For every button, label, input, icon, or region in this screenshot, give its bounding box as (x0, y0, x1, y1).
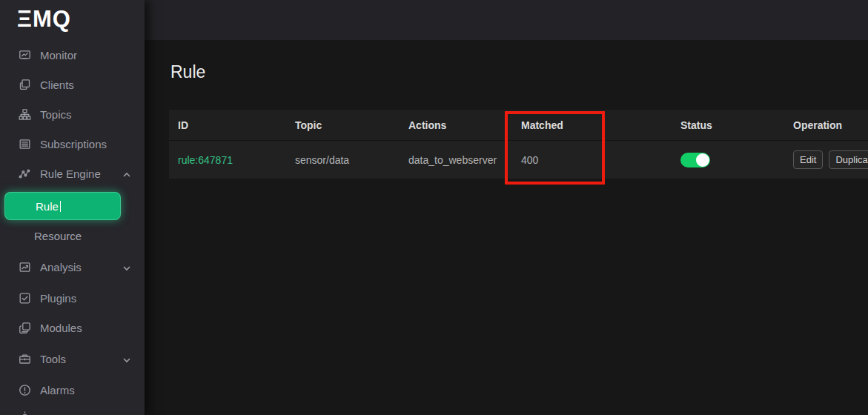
rule-id-link[interactable]: rule:647871 (169, 154, 286, 166)
emqx-dashboard: ? GitHub ΞMQ Monitor Clients Topics (0, 0, 868, 415)
rule-matched-count: 400 (512, 154, 672, 166)
col-header-topic: Topic (286, 119, 400, 131)
tools-icon (19, 353, 31, 365)
sidebar-item-tools[interactable]: Tools (0, 344, 145, 374)
sidebar-item-rule-engine[interactable]: Rule Engine (0, 159, 145, 188)
sidebar-item-label: Topics (40, 108, 72, 121)
topbar: ? GitHub (145, 0, 868, 40)
toggle-knob (696, 153, 709, 167)
col-header-operation: Operation (784, 119, 868, 131)
sidebar-item-label: Plugins (40, 292, 76, 305)
sidebar-item-label: Subscriptions (40, 138, 107, 150)
table-row: rule:647871 sensor/data data_to_webserve… (169, 141, 868, 179)
subscriptions-icon (19, 138, 31, 150)
sidebar-item-clients[interactable]: Clients (0, 70, 145, 99)
sidebar-item-analysis[interactable]: Analysis (0, 252, 145, 282)
text-caret (60, 201, 62, 212)
col-header-status: Status (672, 119, 784, 131)
sidebar-item-topics[interactable]: Topics (0, 99, 145, 129)
plugins-icon (19, 292, 31, 305)
sidebar-subitem-label: Resource (34, 230, 82, 242)
col-header-actions: Actions (400, 119, 512, 131)
sidebar-item-subscriptions[interactable]: Subscriptions (0, 129, 145, 159)
alarms-icon (19, 384, 31, 396)
sidebar-item-plugins[interactable]: Plugins (0, 283, 145, 313)
duplicate-button[interactable]: Duplicate (829, 150, 868, 169)
sidebar-item-modules[interactable]: Modules (0, 313, 145, 342)
topics-icon (19, 108, 31, 121)
analysis-icon (19, 261, 31, 273)
sidebar-item-label: Monitor (40, 49, 77, 62)
sidebar-item-label: Modules (40, 322, 82, 334)
chevron-up-icon (122, 169, 131, 178)
sidebar-subitem-label: Rule (36, 200, 59, 213)
sidebar-item-label: Tools (40, 353, 66, 365)
sidebar-item-alarms[interactable]: Alarms (0, 375, 145, 405)
edit-button[interactable]: Edit (793, 150, 823, 169)
monitor-icon (19, 49, 31, 62)
app-logo: ΞMQ (17, 6, 71, 33)
clipped-sidebar-icon (19, 411, 31, 415)
rule-actions: data_to_webserver (400, 154, 512, 166)
sidebar-subitem-resource[interactable]: Resource (0, 221, 145, 250)
sidebar-subitem-rule[interactable]: Rule (4, 192, 121, 220)
sidebar-item-label: Analysis (40, 261, 82, 273)
clients-icon (19, 79, 31, 91)
sidebar-item-label: Clients (40, 79, 74, 91)
chevron-down-icon (122, 354, 131, 363)
page-title: Rule (170, 62, 205, 82)
sidebar-item-label: Rule Engine (40, 167, 101, 180)
rule-engine-icon (19, 167, 31, 180)
modules-icon (19, 322, 31, 334)
sidebar: ΞMQ Monitor Clients Topics Subscriptions (0, 0, 145, 415)
sidebar-item-label: Alarms (40, 384, 75, 396)
col-header-matched: Matched (512, 119, 672, 131)
rule-topic: sensor/data (286, 154, 400, 166)
sidebar-item-monitor[interactable]: Monitor (0, 40, 145, 70)
col-header-id: ID (169, 119, 286, 131)
rule-table: ID Topic Actions Matched Status Operatio… (169, 110, 868, 179)
chevron-down-icon (122, 262, 131, 271)
status-toggle[interactable] (680, 153, 710, 167)
table-header-row: ID Topic Actions Matched Status Operatio… (169, 110, 868, 141)
